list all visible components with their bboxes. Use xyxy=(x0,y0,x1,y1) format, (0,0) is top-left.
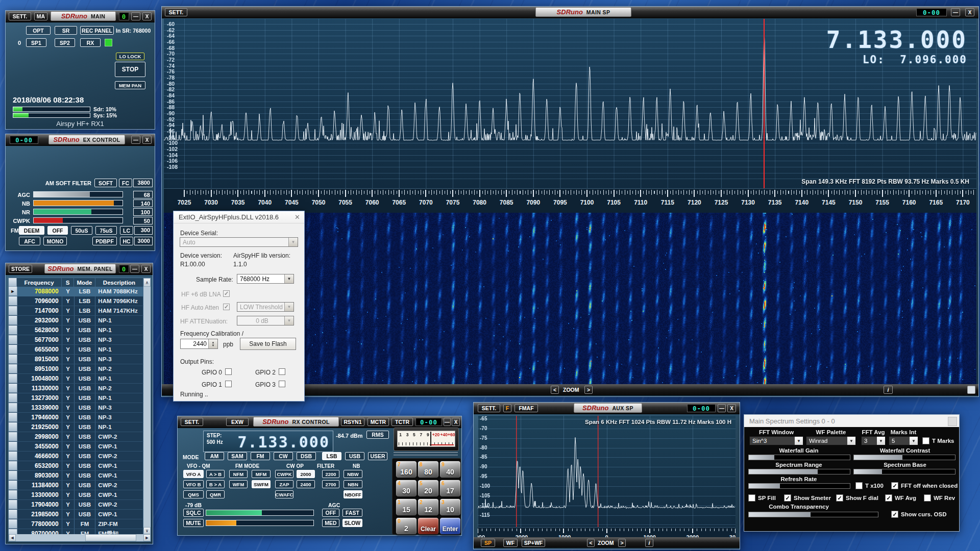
main-sett-button[interactable]: SETT. xyxy=(9,12,31,20)
table-row[interactable]: 2998000YUSBCWP-2 xyxy=(9,432,143,442)
aux-zoom-in-button[interactable]: > xyxy=(618,539,626,547)
opt-button[interactable]: OPT xyxy=(26,26,51,35)
keypad-20-key[interactable]: 520 xyxy=(418,480,439,497)
agc-fast-button[interactable]: FAST xyxy=(342,509,362,517)
mode-sam-button[interactable]: SAM xyxy=(228,452,247,460)
sp2-button[interactable]: SP2 xyxy=(55,38,75,47)
ex-slider[interactable] xyxy=(33,191,123,197)
main-close-button[interactable]: X xyxy=(142,12,152,20)
grid-2700-button[interactable]: 2700 xyxy=(322,480,339,488)
keypad-15-key[interactable]: 115 xyxy=(396,498,417,516)
table-row[interactable]: 21985000YUSBCWP-1 xyxy=(9,510,143,519)
grid-2400-button[interactable]: 2400 xyxy=(297,480,315,488)
lc-button[interactable]: LC xyxy=(120,226,133,235)
table-row[interactable]: 11330000YUSBNP-2 xyxy=(9,384,143,393)
extio-titlebar[interactable]: ExtIO_AirSpyHFplus.DLL v2018.6 ✕ xyxy=(174,211,304,223)
table-row[interactable]: 17904000YUSBCWP-2 xyxy=(9,500,143,510)
hc-button[interactable]: HC xyxy=(120,237,133,245)
main-titlebar[interactable]: SETT. MA SDRuno MAIN 0 — X xyxy=(6,11,155,22)
row-header-cell[interactable] xyxy=(9,296,17,306)
scroll-up-button[interactable]: ∧ xyxy=(143,278,151,287)
sqlc-button[interactable]: SQLC xyxy=(183,509,204,517)
settings-checkbox[interactable] xyxy=(748,494,755,502)
column-header[interactable]: Mode xyxy=(74,278,95,287)
vertical-scrollbar[interactable] xyxy=(143,287,151,527)
rsyn1-button[interactable]: RSYN1 xyxy=(341,418,364,426)
zoom-out-button[interactable]: < xyxy=(551,386,559,394)
waterfall-contrast-slider[interactable] xyxy=(853,455,955,460)
aux-close-button[interactable]: X xyxy=(727,404,736,412)
t-x100-checkbox[interactable] xyxy=(855,482,863,489)
grid-2000-button[interactable]: 2000 xyxy=(297,470,315,478)
ex-slider[interactable] xyxy=(33,217,123,223)
settings-checkbox[interactable]: ✓ xyxy=(885,494,892,502)
mem-panel-minimize-button[interactable]: — xyxy=(130,265,139,273)
spinner-arrows-icon[interactable]: ▲▼ xyxy=(208,339,217,348)
gpio-checkbox[interactable] xyxy=(279,368,285,375)
scroll-left-button[interactable]: ◄ xyxy=(9,534,16,541)
aux-spwf-mode-button[interactable]: SP+WF xyxy=(522,539,545,547)
grid-cwafc-button[interactable]: CWAFC xyxy=(275,490,293,498)
settings-titlebar[interactable]: Main Spectrum Settings 0 - 0 xyxy=(744,415,959,427)
row-header-cell[interactable] xyxy=(9,325,17,335)
fc-value[interactable]: 3800 xyxy=(133,179,153,187)
rms-button[interactable]: RMS xyxy=(366,431,389,439)
device-serial-combo[interactable]: Auto▼ xyxy=(180,237,298,247)
table-row[interactable]: 6655000YUSBNP-1 xyxy=(9,345,143,355)
row-header-cell[interactable] xyxy=(9,461,17,470)
mem-panel-close-button[interactable]: X xyxy=(141,265,151,273)
row-header-cell[interactable] xyxy=(9,374,17,383)
save-to-flash-button[interactable]: Save to Flash xyxy=(240,338,296,350)
rx-close-button[interactable]: X xyxy=(452,418,460,426)
table-row[interactable]: 21925000YUSBNP-1 xyxy=(9,422,143,432)
mode-fm-button[interactable]: FM xyxy=(251,452,270,460)
ex-slider[interactable] xyxy=(33,200,123,206)
mem-panel-titlebar[interactable]: STORE SDRuno MEM. PANEL 0 — X xyxy=(6,263,153,275)
mode-am-button[interactable]: AM xyxy=(205,452,224,460)
scroll-right-button[interactable]: ► xyxy=(143,534,151,541)
atten-combo[interactable]: 0 dB▼ xyxy=(237,316,294,325)
scroll-down-button[interactable]: ∨ xyxy=(143,527,151,534)
deem-off-button[interactable]: OFF xyxy=(47,226,68,235)
table-row[interactable]: 3455000YUSBCWP-1 xyxy=(9,442,143,452)
show-curs-checkbox[interactable]: ✓ xyxy=(891,511,898,518)
row-header-cell[interactable] xyxy=(9,422,17,432)
ex-control-minimize-button[interactable]: — xyxy=(131,136,140,144)
lc-value[interactable]: 300 xyxy=(134,226,153,235)
row-header-cell[interactable] xyxy=(9,316,17,325)
table-row[interactable]: 2932000YUSBNP-1 xyxy=(9,316,143,325)
ex-control-close-button[interactable]: X xyxy=(142,136,152,144)
settings-checkbox[interactable] xyxy=(924,494,931,502)
lo-lock-button[interactable]: LO LOCK xyxy=(116,53,144,60)
keypad-enter-key[interactable]: Enter xyxy=(439,517,461,535)
wf-palette-combo[interactable]: Winrad▼ xyxy=(806,436,856,445)
auto-atten-checkbox[interactable]: ✓ xyxy=(223,304,230,310)
keypad-30-key[interactable]: 430 xyxy=(396,480,417,497)
row-header-cell[interactable] xyxy=(9,384,17,393)
grid-nboff-button[interactable]: NBOFF xyxy=(344,490,362,498)
keypad-80-key[interactable]: 880 xyxy=(418,461,439,478)
spectrum-base-slider[interactable] xyxy=(853,469,955,474)
row-header-cell[interactable] xyxy=(9,413,17,422)
rx-minimize-button[interactable]: — xyxy=(444,418,451,426)
keypad-17-key[interactable]: 617 xyxy=(439,480,461,497)
mode-cw-button[interactable]: CW xyxy=(274,452,293,460)
t-marks-checkbox[interactable] xyxy=(922,437,929,444)
main-sp-sett-button[interactable]: SETT. xyxy=(165,8,187,16)
pdbpf-button[interactable]: PDBPF xyxy=(92,237,117,245)
grid-qms-button[interactable]: QMS xyxy=(183,490,204,498)
grid-swfm-button[interactable]: SWFM xyxy=(252,480,271,488)
main-sp-close-button[interactable]: X xyxy=(965,8,974,16)
rx-frequency-display[interactable]: STEP: 500 Hz 7.133.000 xyxy=(203,431,333,452)
mode-user-button[interactable]: USER xyxy=(368,452,387,460)
table-row[interactable]: 13339000YUSBNP-3 xyxy=(9,403,143,413)
mode-lsb-button[interactable]: LSB xyxy=(322,452,341,460)
grid-a-b-button[interactable]: A > B xyxy=(206,470,225,478)
fmaf-button[interactable]: FMAF xyxy=(514,404,538,412)
column-header[interactable]: Description xyxy=(95,278,143,287)
row-header-cell[interactable] xyxy=(9,306,17,315)
ex-slider[interactable] xyxy=(33,209,123,215)
deem-75us-button[interactable]: 75uS xyxy=(95,226,117,235)
row-header-cell[interactable] xyxy=(9,529,17,534)
grid-vfo-b-button[interactable]: VFO B xyxy=(183,480,204,488)
